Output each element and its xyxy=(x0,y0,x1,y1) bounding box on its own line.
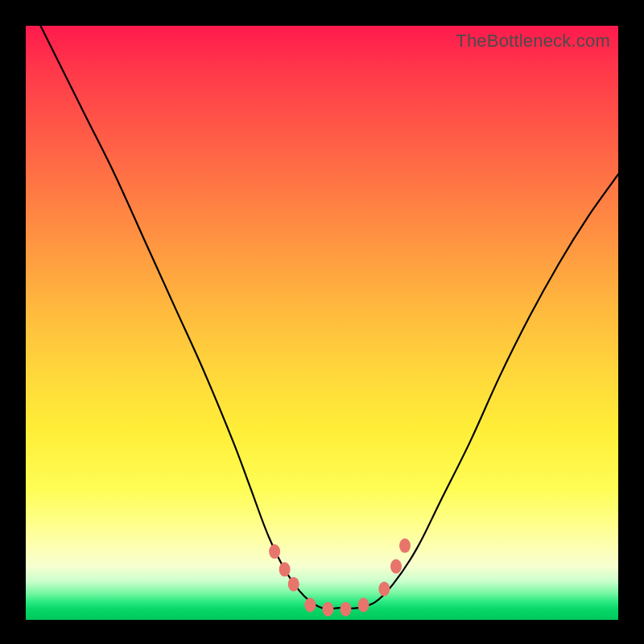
valley-marker xyxy=(399,539,411,553)
plot-area: TheBottleneck.com xyxy=(26,26,618,620)
valley-marker xyxy=(279,562,291,576)
valley-marker xyxy=(358,598,369,613)
curve-svg xyxy=(26,26,618,620)
valley-marker xyxy=(378,582,390,597)
bottleneck-curve xyxy=(38,20,618,609)
valley-marker xyxy=(304,598,316,613)
valley-marker xyxy=(340,602,351,617)
valley-marker xyxy=(390,559,402,574)
chart-frame: TheBottleneck.com xyxy=(0,0,644,644)
valley-marker xyxy=(269,544,280,559)
valley-marker xyxy=(322,602,333,617)
valley-marker xyxy=(288,577,299,592)
